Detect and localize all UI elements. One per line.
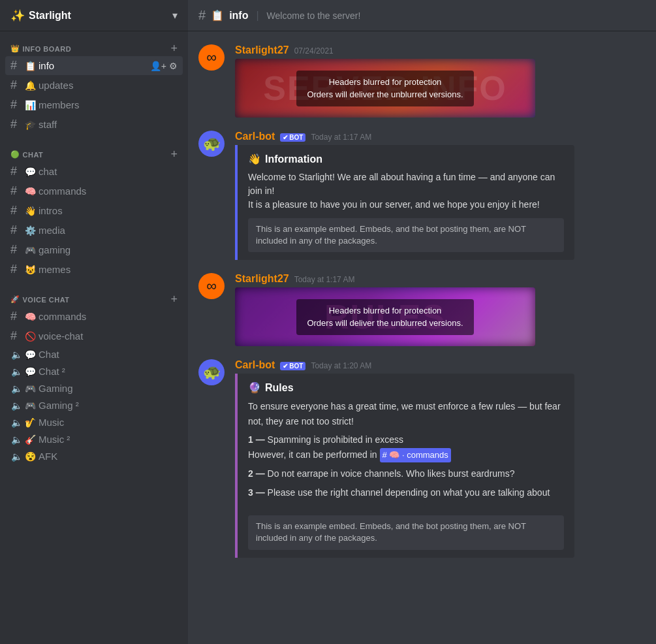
wave-icon: 👋: [248, 153, 261, 165]
speaker-icon: 🔈: [10, 451, 22, 462]
divider: |: [256, 10, 258, 22]
crystal-ball-icon: 🔮: [248, 381, 261, 394]
server-name: ✨ Starlight: [10, 8, 71, 23]
channel-name-vc-commands: commands: [39, 311, 86, 322]
speaker-icon: 🔈: [10, 383, 22, 394]
bot-badge-2: ✔ BOT: [280, 362, 305, 370]
add-channel-voice[interactable]: +: [170, 293, 178, 306]
channel-name-staff: staff: [39, 119, 57, 130]
speaker-icon: 🔈: [10, 434, 22, 445]
channel-hash-icon: #: [198, 8, 206, 23]
voice-channel-gaming[interactable]: 🔈 🎮 Gaming: [5, 380, 183, 396]
category-voice-chat: 🚀 VOICE CHAT + # 🧠 commands # 🚫 voice-ch…: [0, 282, 188, 468]
message-content-1: Starlight27 07/24/2021 SERVER INFO Heade…: [235, 44, 646, 120]
username-starlight27-2: Starlight27: [235, 273, 289, 285]
voice-channel-chat[interactable]: 🔈 💬 Chat: [5, 346, 183, 362]
voice-channel-name-chat2: Chat ²: [39, 366, 65, 377]
channel-members[interactable]: # 📊 members: [5, 95, 183, 114]
bot-badge: ✔ BOT: [280, 133, 305, 142]
server-header[interactable]: ✨ Starlight ▾: [0, 0, 188, 31]
embed-rules: 🔮 Rules To ensure everyone has a great t…: [235, 374, 574, 557]
channel-updates[interactable]: # 🔔 updates: [5, 76, 183, 95]
channel-chat[interactable]: # 💬 chat: [5, 162, 183, 181]
voice-channel-afk[interactable]: 🔈 😵 AFK: [5, 448, 183, 464]
channel-staff[interactable]: # 🎓 staff: [5, 115, 183, 134]
add-channel-chat[interactable]: +: [170, 148, 178, 161]
hash-icon: #: [10, 184, 22, 198]
rules-banner: RULES Headers blurred for protection Ord…: [235, 287, 535, 346]
voice-channel-name-gaming2: Gaming ²: [39, 400, 79, 411]
embed-footer-information: This is an example embed. Embeds, and th…: [248, 218, 564, 252]
hash-icon: #: [10, 243, 22, 257]
voice-channel-name-music: Music: [39, 417, 64, 428]
message-timestamp-2: Today at 1:17 AM: [311, 133, 371, 142]
gear-icon[interactable]: ⚙: [169, 61, 178, 71]
category-header-info-board[interactable]: 👑 INFO BOARD +: [5, 42, 183, 56]
message-timestamp-4: Today at 1:20 AM: [311, 361, 371, 370]
message-header-3: Starlight27 Today at 1:17 AM: [235, 273, 646, 285]
message-content-2: Carl-bot ✔ BOT Today at 1:17 AM 👋 Inform…: [235, 131, 646, 263]
category-info-board: 👑 INFO BOARD + # 📋 info 👤+ ⚙ # 🔔 updates…: [0, 31, 188, 137]
voice-channel-name-chat: Chat: [39, 349, 59, 360]
speaker-icon: 🔈: [10, 366, 22, 377]
channel-memes[interactable]: # 😺 memes: [5, 260, 183, 279]
checkmark-icon-2: ✔: [283, 362, 288, 370]
channel-vc-commands[interactable]: # 🧠 commands: [5, 307, 183, 326]
message-timestamp-1: 07/24/2021: [294, 46, 334, 56]
embed-description-information: Welcome to Starlight! We are all about h…: [248, 170, 564, 212]
blur-protection-overlay: Headers blurred for protection Orders wi…: [296, 71, 473, 106]
voice-channel-gaming2[interactable]: 🔈 🎮 Gaming ²: [5, 397, 183, 413]
channel-name-gaming: gaming: [39, 244, 70, 255]
channel-emoji: 💬: [25, 366, 36, 377]
channel-gaming[interactable]: # 🎮 gaming: [5, 240, 183, 259]
channel-emoji: 🎷: [25, 417, 36, 428]
voice-channel-chat2[interactable]: 🔈 💬 Chat ²: [5, 363, 183, 379]
channel-emoji: 🧠: [25, 186, 36, 197]
embed-title-information: 👋 Information: [248, 153, 564, 165]
voice-channel-music2[interactable]: 🔈 🎸 Music ²: [5, 431, 183, 447]
chevron-down-icon: ▾: [172, 9, 178, 22]
channel-emoji: 📊: [25, 100, 36, 110]
channel-emoji: 🎮: [25, 383, 36, 394]
rules-text: To ensure everyone has a great time, we …: [248, 399, 564, 500]
channel-emoji: 🧠: [25, 312, 36, 322]
main-content: # 📋 info | Welcome to the server! ∞ Star…: [188, 0, 656, 644]
channel-commands[interactable]: # 🧠 commands: [5, 182, 183, 201]
voice-channel-name-gaming: Gaming: [39, 383, 73, 394]
hash-icon: #: [10, 59, 22, 72]
hash-icon: #: [10, 78, 22, 92]
channel-name-commands: commands: [39, 185, 86, 197]
voice-channel-name-afk: AFK: [39, 451, 57, 462]
inline-channel-commands: # 🧠 · commands: [380, 448, 451, 463]
voice-channel-music[interactable]: 🔈 🎷 Music: [5, 414, 183, 430]
message-group-4: 🐢 Carl-bot ✔ BOT Today at 1:20 AM 🔮 Rule…: [188, 357, 656, 562]
channel-intros[interactable]: # 👋 intros: [5, 201, 183, 220]
category-header-voice[interactable]: 🚀 VOICE CHAT +: [5, 293, 183, 306]
category-title-chat: 🟢 CHAT: [10, 150, 43, 159]
add-member-icon[interactable]: 👤+: [150, 61, 166, 71]
sparkle-icon: ✨: [10, 8, 25, 23]
channel-name-memes: memes: [39, 264, 70, 275]
message-header-4: Carl-bot ✔ BOT Today at 1:20 AM: [235, 359, 646, 371]
info-banner: SERVER INFO Headers blurred for protecti…: [235, 59, 535, 118]
channel-media[interactable]: # ⚙️ media: [5, 221, 183, 240]
category-header-chat[interactable]: 🟢 CHAT +: [5, 148, 183, 161]
channel-header: # 📋 info | Welcome to the server!: [188, 0, 656, 31]
speaker-icon: 🔈: [10, 400, 22, 411]
messages-container[interactable]: ∞ Starlight27 07/24/2021 SERVER INFO Hea…: [188, 31, 656, 644]
channel-info[interactable]: # 📋 info 👤+ ⚙: [5, 56, 183, 75]
channel-name-media: media: [39, 225, 65, 236]
channel-name-voice-chat: voice-chat: [39, 330, 83, 342]
hash-icon: #: [10, 204, 22, 217]
add-channel-info-board[interactable]: +: [170, 42, 178, 56]
hash-icon: #: [10, 165, 22, 178]
speaker-icon: 🔈: [10, 349, 22, 360]
channel-header-emoji: 📋: [211, 9, 224, 22]
message-group-3: ∞ Starlight27 Today at 1:17 AM RULES Hea…: [188, 270, 656, 351]
checkmark-icon: ✔: [283, 134, 288, 141]
embed-footer-rules: This is an example embed. Embeds, and th…: [248, 515, 564, 549]
channel-voice-chat[interactable]: # 🚫 voice-chat: [5, 327, 183, 346]
crown-icon: 👑: [10, 44, 20, 53]
channel-emoji: 😵: [25, 451, 36, 462]
channel-emoji: 🎸: [25, 434, 36, 445]
